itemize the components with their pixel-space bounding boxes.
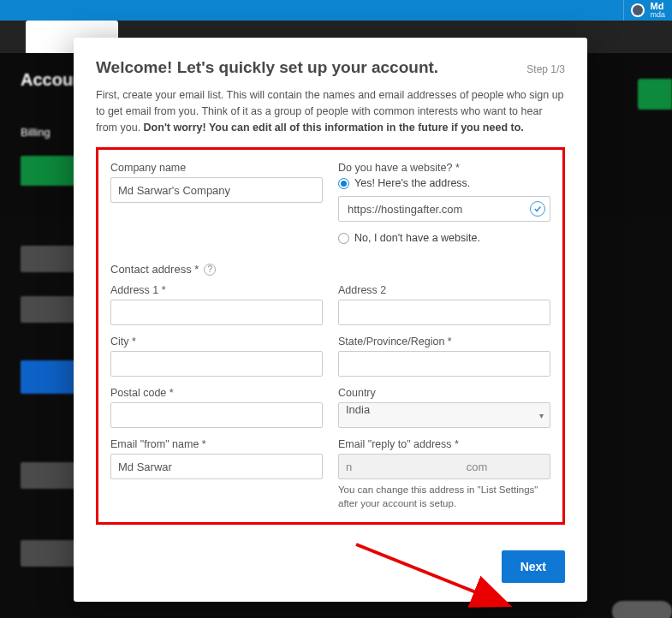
- website-url-input[interactable]: [338, 196, 550, 222]
- modal-desc-bold: Don't worry! You can edit all of this in…: [144, 122, 524, 134]
- state-input[interactable]: [338, 351, 550, 377]
- country-select[interactable]: India: [338, 402, 550, 428]
- next-button[interactable]: Next: [502, 550, 565, 583]
- city-input[interactable]: [110, 351, 323, 377]
- radio-unchecked-icon: [338, 233, 349, 244]
- form-highlight-frame: Company name Do you have a website? * Ye…: [96, 147, 565, 525]
- state-label: State/Province/Region *: [338, 336, 550, 348]
- user-sub: mda: [650, 10, 665, 19]
- company-label: Company name: [110, 162, 323, 174]
- address1-label: Address 1 *: [110, 284, 323, 296]
- modal-description: First, create your email list. This will…: [96, 87, 565, 135]
- from-name-label: Email "from" name *: [110, 438, 323, 450]
- step-indicator: Step 1/3: [526, 63, 565, 75]
- address2-label: Address 2: [338, 284, 550, 296]
- reply-to-label: Email "reply to" address *: [338, 438, 550, 450]
- address2-input[interactable]: [338, 300, 550, 325]
- setup-modal: Welcome! Let's quickly set up your accou…: [74, 38, 587, 602]
- from-name-input[interactable]: [110, 454, 323, 479]
- reply-to-input: [338, 454, 550, 479]
- help-icon[interactable]: ?: [204, 264, 216, 276]
- contact-section-label: Contact address * ?: [110, 263, 550, 276]
- postal-input[interactable]: [110, 402, 323, 428]
- website-no-option[interactable]: No, I don't have a website.: [338, 232, 550, 244]
- address1-input[interactable]: [110, 300, 323, 325]
- website-yes-option[interactable]: Yes! Here's the address.: [338, 177, 550, 189]
- reply-to-hint: You can change this address in "List Set…: [338, 483, 550, 510]
- user-menu[interactable]: Md mda: [623, 0, 672, 21]
- user-name: Md: [650, 2, 665, 10]
- website-question-label: Do you have a website? *: [338, 162, 550, 174]
- website-no-label: No, I don't have a website.: [354, 232, 480, 244]
- avatar: [631, 3, 645, 17]
- top-bar: Md mda: [0, 0, 672, 21]
- radio-checked-icon: [338, 178, 349, 189]
- company-input[interactable]: [110, 177, 323, 203]
- website-yes-label: Yes! Here's the address.: [354, 177, 470, 189]
- modal-title: Welcome! Let's quickly set up your accou…: [96, 58, 438, 77]
- postal-label: Postal code *: [110, 387, 323, 399]
- country-label: Country: [338, 387, 550, 399]
- check-icon: [530, 201, 545, 217]
- city-label: City *: [110, 336, 323, 348]
- contact-section-text: Contact address *: [110, 263, 199, 276]
- country-value: India: [346, 403, 370, 416]
